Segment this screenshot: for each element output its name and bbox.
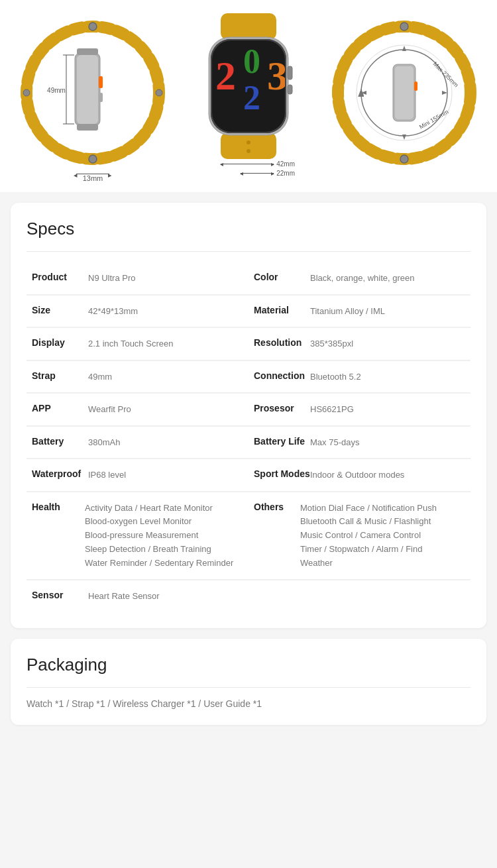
specs-cell-size: Size 42*49*13mm (27, 296, 248, 328)
label-waterproof: Waterproof (32, 468, 88, 479)
value-others: Motion Dial Face / Notification Push Blu… (300, 502, 437, 570)
specs-cell-resolution: Resolution 385*385pxl (248, 328, 470, 360)
value-health: Activity Data / Heart Rate Monitor Blood… (85, 502, 233, 570)
svg-point-30 (400, 23, 408, 30)
packaging-divider (27, 687, 470, 688)
specs-cell-sensor: Sensor Heart Rate Sensor (27, 580, 248, 612)
specs-cell-waterproof: Waterproof IP68 level (27, 459, 248, 492)
table-row: Battery 380mAh Battery Life Max 75-days (27, 427, 470, 460)
label-app: APP (32, 403, 88, 413)
svg-rect-36 (395, 66, 414, 119)
specs-cell-prosesor: Prosesor HS6621PG (248, 394, 470, 426)
packaging-content: Watch *1 / Strap *1 / Wireless Charger *… (27, 698, 470, 709)
label-prosesor: Prosesor (254, 403, 310, 413)
specs-cell-color: Color Black, orange, white, green (248, 262, 470, 295)
svg-text:2: 2 (215, 53, 236, 98)
svg-point-17 (247, 140, 250, 144)
specs-cell-empty (248, 580, 470, 612)
value-app: Wearfit Pro (88, 403, 131, 416)
specs-cell-app: APP Wearfit Pro (27, 394, 248, 426)
label-connection: Connection (254, 370, 310, 381)
value-color: Black, orange, white, green (310, 272, 415, 285)
specs-cell-battery: Battery 380mAh (27, 427, 248, 459)
specs-cell-display: Display 2.1 inch Touch Screen (27, 328, 248, 360)
label-battery-life: Battery Life (254, 436, 310, 447)
specs-table: Product N9 Ultra Pro Color Black, orange… (27, 262, 470, 612)
watch-right: Max 235mm Mini 155mm (328, 17, 480, 182)
svg-point-4 (156, 89, 162, 96)
svg-rect-15 (221, 13, 276, 40)
label-battery: Battery (32, 436, 88, 447)
specs-cell-material: Material Titanium Alloy / IML (248, 296, 470, 328)
table-row: Waterproof IP68 level Sport Modes Indoor… (27, 459, 470, 492)
value-prosesor: HS6621PG (310, 403, 354, 416)
value-sensor: Heart Rate Sensor (88, 590, 160, 603)
label-resolution: Resolution (254, 337, 310, 348)
svg-rect-8 (99, 93, 103, 102)
value-material: Titanium Alloy / IML (310, 305, 385, 318)
svg-point-18 (247, 149, 250, 153)
dimension-13mm: ◂ ▸ 13mm (76, 174, 109, 182)
watch-center: 2 0 2 3 ◂ ▸ 42mm (189, 13, 308, 186)
svg-point-2 (89, 155, 97, 163)
watches-row: 49mm ◂ ▸ 13mm (7, 13, 490, 186)
svg-point-31 (400, 155, 408, 163)
value-size: 42*49*13mm (88, 305, 138, 318)
value-sport-modes: Indoor & Outdoor modes (310, 468, 404, 482)
specs-cell-health: Health Activity Data / Heart Rate Monito… (27, 492, 248, 580)
table-row: APP Wearfit Pro Prosesor HS6621PG (27, 394, 470, 427)
svg-rect-27 (288, 66, 292, 80)
table-row: Product N9 Ultra Pro Color Black, orange… (27, 262, 470, 296)
dimensions-center: ◂ ▸ 42mm ◂ ▸ 22mm (195, 160, 302, 177)
svg-point-1 (89, 23, 97, 30)
table-row: Health Activity Data / Heart Rate Monito… (27, 492, 470, 581)
svg-point-3 (23, 89, 30, 96)
hero-section: 49mm ◂ ▸ 13mm (0, 0, 497, 192)
specs-cell-product: Product N9 Ultra Pro (27, 262, 248, 295)
specs-title: Specs (27, 219, 470, 239)
value-battery-life: Max 75-days (310, 436, 359, 449)
packaging-section: Packaging Watch *1 / Strap *1 / Wireless… (11, 639, 486, 725)
specs-cell-connection: Connection Bluetooth 5.2 (248, 361, 470, 394)
svg-text:49mm: 49mm (47, 87, 66, 94)
svg-rect-6 (77, 55, 98, 124)
label-others: Others (254, 502, 300, 512)
svg-rect-9 (77, 48, 98, 55)
svg-text:3: 3 (267, 53, 288, 98)
table-row: Sensor Heart Rate Sensor (27, 580, 470, 612)
watch-left: 49mm ◂ ▸ 13mm (17, 17, 169, 182)
label-sensor: Sensor (32, 590, 88, 600)
svg-text:2: 2 (243, 79, 260, 117)
value-waterproof: IP68 level (88, 468, 126, 482)
svg-rect-37 (414, 81, 417, 91)
specs-cell-battery-life: Battery Life Max 75-days (248, 427, 470, 459)
value-product: N9 Ultra Pro (88, 272, 136, 285)
label-material: Material (254, 305, 310, 315)
specs-cell-others: Others Motion Dial Face / Notification P… (248, 492, 470, 580)
svg-rect-10 (77, 124, 98, 131)
svg-rect-16 (221, 133, 276, 159)
table-row: Strap 49mm Connection Bluetooth 5.2 (27, 361, 470, 394)
specs-cell-sport-modes: Sport Modes Indoor & Outdoor modes (248, 459, 470, 492)
label-product: Product (32, 272, 88, 282)
label-strap: Strap (32, 370, 88, 381)
specs-cell-strap: Strap 49mm (27, 361, 248, 394)
svg-rect-7 (99, 76, 103, 88)
table-row: Display 2.1 inch Touch Screen Resolution… (27, 328, 470, 361)
svg-text:0: 0 (243, 42, 260, 80)
value-resolution: 385*385pxl (310, 337, 353, 351)
label-health: Health (32, 502, 85, 512)
label-sport-modes: Sport Modes (254, 468, 310, 479)
table-row: Size 42*49*13mm Material Titanium Alloy … (27, 296, 470, 329)
packaging-title: Packaging (27, 655, 470, 675)
value-battery: 380mAh (88, 436, 120, 449)
value-connection: Bluetooth 5.2 (310, 370, 361, 384)
specs-section: Specs Product N9 Ultra Pro Color Black, … (11, 203, 486, 628)
specs-divider (27, 251, 470, 252)
label-color: Color (254, 272, 310, 282)
svg-rect-28 (288, 85, 292, 94)
value-display: 2.1 inch Touch Screen (88, 337, 173, 351)
label-display: Display (32, 337, 88, 348)
label-size: Size (32, 305, 88, 315)
value-strap: 49mm (88, 370, 112, 384)
